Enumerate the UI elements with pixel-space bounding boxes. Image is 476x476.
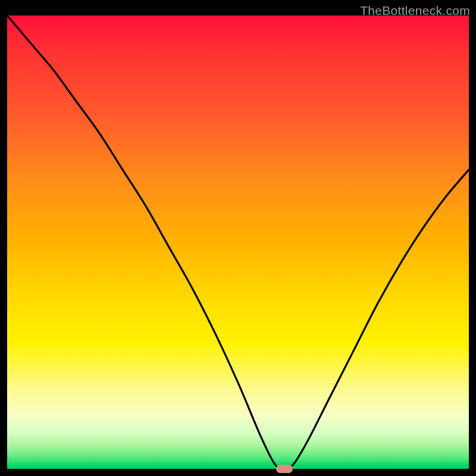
chart-stage: TheBottleneck.com xyxy=(0,0,476,476)
optimal-marker xyxy=(276,465,293,473)
bottleneck-curve xyxy=(7,15,469,469)
plot-area xyxy=(7,15,469,469)
